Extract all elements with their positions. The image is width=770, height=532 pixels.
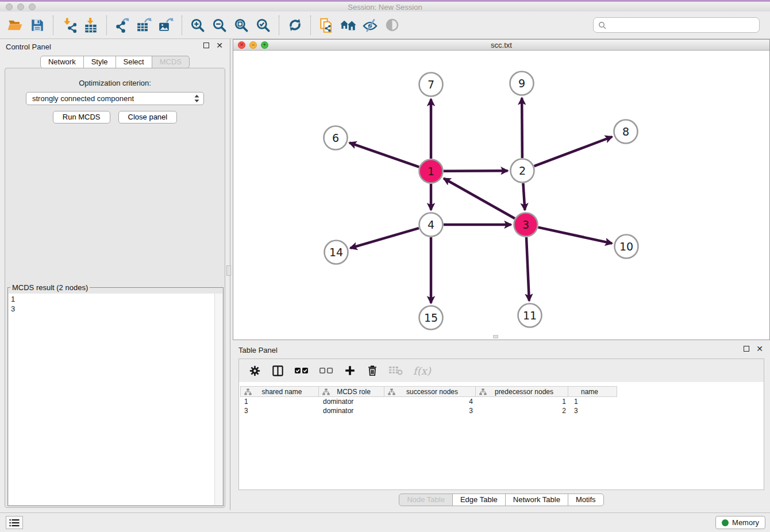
control-panel: Control Panel ✕ NetworkStyleSelectMCDS O… [0, 39, 230, 510]
tab-network[interactable]: Network [40, 56, 84, 68]
clone-network-button[interactable] [315, 14, 337, 36]
criterion-select[interactable]: strongly connected component [26, 92, 204, 105]
node-label-3: 3 [522, 218, 529, 231]
export-network-button[interactable] [111, 14, 133, 36]
network-svg: 7968124314101511 [233, 51, 769, 340]
table-settings-button[interactable] [248, 364, 261, 377]
table-panel-tabs: Node TableEdge TableNetwork TableMotifs [233, 494, 770, 506]
open-session-button[interactable] [5, 14, 26, 36]
function-builder-button[interactable]: f(x) [413, 365, 431, 377]
column-header-predecessor-nodes[interactable]: predecessor nodes [475, 386, 568, 397]
column-header-successor-nodes[interactable]: successor nodes [384, 386, 476, 397]
zoom-out-button[interactable] [209, 14, 230, 36]
import-network-icon [61, 17, 77, 33]
table-cell[interactable]: 2 [477, 407, 570, 415]
save-floppy-icon [30, 18, 45, 33]
canvas-grip[interactable] [493, 335, 498, 338]
main-toolbar [0, 11, 770, 39]
export-table-button[interactable] [133, 14, 155, 36]
run-mcds-button[interactable]: Run MCDS [53, 111, 110, 124]
table-cell[interactable]: 4 [385, 398, 477, 406]
toolbar-separator [182, 16, 182, 35]
close-table-panel-icon[interactable]: ✕ [756, 346, 763, 352]
table-row[interactable]: 1dominator411 [240, 397, 764, 406]
tab-style[interactable]: Style [83, 56, 116, 68]
table-cell[interactable]: 3 [385, 407, 477, 415]
edge-4-14[interactable] [350, 228, 418, 248]
toolbar-separator [279, 16, 279, 35]
zoom-fit-button[interactable] [230, 14, 252, 36]
search-field[interactable] [593, 17, 760, 33]
edge-3-1[interactable] [444, 179, 515, 219]
zoom-in-button[interactable] [187, 14, 209, 36]
table-cell[interactable]: 3 [240, 407, 319, 415]
column-header-MCDS-role[interactable]: MCDS role [318, 386, 384, 397]
task-history-button[interactable] [6, 516, 23, 529]
first-neighbors-button[interactable] [337, 14, 359, 36]
tab-network-table[interactable]: Network Table [505, 494, 568, 506]
delete-column-button[interactable] [366, 364, 379, 377]
node-label-10: 10 [619, 240, 633, 253]
show-all-button[interactable] [381, 14, 403, 36]
import-network-button[interactable] [58, 14, 80, 36]
network-window-title: scc.txt [233, 41, 769, 49]
edge-3-10[interactable] [538, 228, 612, 244]
edge-3-11[interactable] [526, 237, 529, 301]
table-cell[interactable]: 3 [570, 407, 619, 415]
toggle-column-display-button[interactable] [271, 364, 284, 377]
close-panel-icon[interactable]: ✕ [216, 43, 223, 48]
table-cell[interactable]: 1 [240, 398, 319, 406]
toolbar-separator [106, 16, 107, 35]
close-panel-button[interactable]: Close panel [118, 111, 178, 124]
node-label-14: 14 [329, 246, 343, 259]
network-canvas[interactable]: 7968124314101511 [233, 51, 769, 340]
eye-disabled-icon [384, 17, 400, 33]
float-panel-icon[interactable] [203, 43, 209, 48]
edge-2-3[interactable] [523, 183, 525, 210]
search-input[interactable] [610, 21, 754, 29]
tab-node-table[interactable]: Node Table [399, 494, 453, 506]
float-table-panel-icon[interactable] [744, 346, 749, 352]
network-window-titlebar: ✕ − + scc.txt [233, 40, 769, 51]
table-row[interactable]: 3dominator323 [240, 406, 764, 415]
tab-motifs[interactable]: Motifs [568, 494, 604, 506]
zoom-selected-icon [255, 17, 271, 33]
export-image-button[interactable] [155, 14, 177, 36]
deselect-all-button[interactable] [319, 366, 334, 375]
import-table-button[interactable] [80, 14, 102, 36]
column-header-name[interactable]: name [568, 386, 617, 397]
table-cell[interactable]: 1 [477, 398, 570, 406]
select-all-button[interactable] [294, 366, 309, 375]
delete-table-button[interactable] [388, 365, 403, 376]
tab-select[interactable]: Select [116, 56, 152, 68]
table-panel-title: Table Panel [238, 346, 278, 354]
result-line: 3 [11, 304, 220, 314]
gear-icon [248, 364, 261, 377]
tab-mcds[interactable]: MCDS [152, 56, 190, 68]
edge-2-8[interactable] [534, 137, 613, 166]
hide-selected-button[interactable] [359, 14, 381, 36]
memory-button[interactable]: Memory [715, 516, 765, 529]
node-label-11: 11 [523, 309, 537, 322]
column-header-shared-name[interactable]: shared name [240, 386, 319, 397]
houses-icon [340, 18, 357, 32]
memory-label: Memory [732, 518, 759, 527]
optimization-criterion-label: Optimization criterion: [5, 79, 225, 87]
table-cell[interactable]: dominator [319, 407, 385, 415]
apply-layout-button[interactable] [284, 14, 306, 36]
zoom-fit-icon [233, 17, 249, 33]
result-scrollbar[interactable] [214, 294, 222, 505]
add-column-button[interactable] [344, 364, 356, 377]
panel-divider-handle[interactable] [226, 265, 231, 276]
refresh-icon [287, 17, 303, 33]
edge-1-2[interactable] [444, 171, 508, 171]
edge-2-9[interactable] [522, 98, 522, 158]
table-cell[interactable]: dominator [319, 398, 385, 406]
table-cell[interactable]: 1 [570, 398, 619, 406]
save-session-button[interactable] [26, 14, 48, 36]
zoom-selected-button[interactable] [252, 14, 274, 36]
table-panel-header: Table Panel ✕ [233, 342, 770, 357]
tab-edge-table[interactable]: Edge Table [452, 494, 506, 506]
mcds-result-area[interactable]: 13 [9, 294, 222, 505]
edge-1-6[interactable] [349, 142, 419, 167]
